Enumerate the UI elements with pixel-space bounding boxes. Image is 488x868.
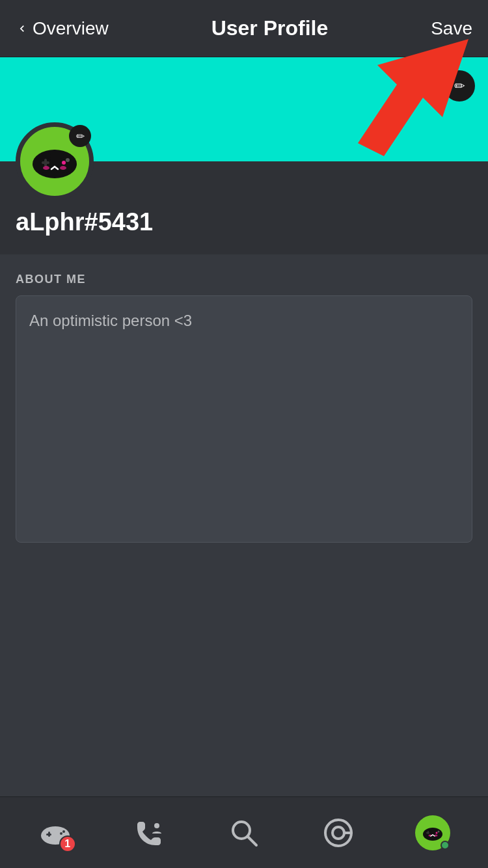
nav-item-profile[interactable]: [407, 807, 459, 859]
nav-bar: Overview User Profile Save: [0, 0, 488, 57]
username: aLphr#5431: [16, 208, 472, 236]
bio-input[interactable]: An optimistic person <3: [16, 295, 472, 543]
friends-badge: 1: [59, 835, 76, 852]
chevron-left-icon: [16, 22, 29, 35]
svg-point-18: [60, 832, 62, 835]
phone-nav-icon: [133, 817, 166, 849]
profile-nav-avatar: [415, 815, 450, 850]
banner-edit-button[interactable]: ✏: [444, 70, 475, 102]
online-status-dot: [441, 841, 450, 850]
svg-point-7: [62, 161, 66, 165]
svg-point-32: [438, 830, 440, 832]
avatar-mini-icon: [421, 821, 444, 845]
nav-item-search[interactable]: [218, 807, 270, 859]
svg-point-19: [62, 830, 65, 833]
about-me-label: ABOUT ME: [16, 273, 472, 286]
svg-point-11: [43, 166, 49, 170]
svg-rect-17: [48, 832, 50, 837]
avatar-edit-button[interactable]: ✏: [69, 125, 91, 147]
svg-point-9: [46, 154, 51, 159]
avatar-wrapper: ✏: [16, 122, 94, 200]
search-nav-icon: [228, 817, 260, 848]
about-section: ABOUT ME An optimistic person <3: [0, 254, 488, 563]
svg-point-12: [60, 166, 66, 170]
svg-point-31: [436, 832, 438, 834]
svg-point-10: [59, 154, 64, 159]
profile-section: ✏ aLphr#5431: [0, 161, 488, 254]
svg-rect-6: [44, 159, 47, 167]
svg-point-20: [154, 822, 160, 829]
nav-item-friends[interactable]: 1: [29, 807, 81, 859]
save-button[interactable]: Save: [431, 18, 472, 39]
page-title: User Profile: [211, 16, 329, 40]
nav-item-mentions[interactable]: [312, 807, 364, 859]
back-label: Overview: [33, 18, 109, 39]
pencil-icon: ✏: [454, 78, 465, 94]
bottom-nav: 1: [0, 796, 488, 868]
svg-rect-30: [427, 831, 429, 834]
at-nav-icon: [323, 817, 354, 848]
svg-line-22: [248, 837, 256, 845]
svg-point-24: [332, 827, 344, 839]
back-button[interactable]: Overview: [16, 18, 109, 39]
avatar-pencil-icon: ✏: [76, 130, 85, 142]
nav-item-calls[interactable]: [124, 807, 176, 859]
svg-point-8: [66, 158, 70, 162]
